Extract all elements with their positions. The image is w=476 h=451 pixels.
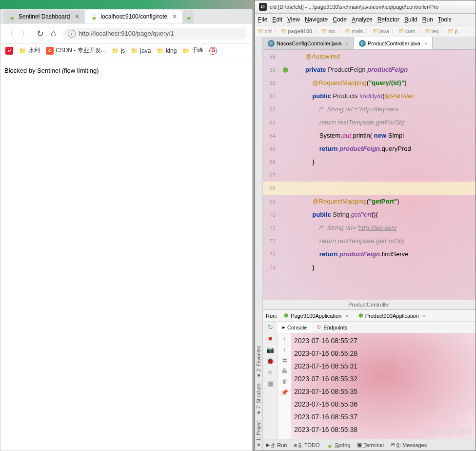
menu-tools[interactable]: Tools [438,16,452,23]
up-icon[interactable]: ↑ [283,335,286,342]
side-tab[interactable]: ★ 1: Project [256,420,261,448]
run-config-0[interactable]: ⬢Page9100Application× [281,311,351,320]
code-line[interactable]: 74 } [263,261,476,274]
breadcrumb-item[interactable]: p [448,28,457,34]
side-tab[interactable]: ★ 2: Favorites [256,346,261,378]
browser-window: 🍃 Sentinel Dashboard ✕ 🍃 localhost:9100/… [0,9,253,451]
breadcrumb-item[interactable]: page9100 [281,28,312,34]
browser-tab-0[interactable]: 🍃 Sentinel Dashboard ✕ [3,10,84,23]
close-icon[interactable]: × [423,313,426,319]
console-tab[interactable]: ▸Console [278,322,312,333]
menu-file[interactable]: File [258,16,267,23]
home-button[interactable]: ⌂ [51,28,56,39]
code-line[interactable]: 72 return restTemplate.getForObj [263,234,476,247]
breadcrumb-item[interactable]: main [345,28,363,34]
menu-refactor[interactable]: Refactor [377,16,399,23]
status-icon: 🍃 [326,442,333,448]
code-line[interactable]: 63 return restTemplate.getForObj [263,116,476,129]
code-line[interactable]: 64 System.out.println( new Simpl [263,129,476,142]
url-bar[interactable]: i http://localhost:9100/page/query/1 [63,28,247,40]
status-item[interactable]: ✉0: Messages [391,442,427,448]
code-line[interactable]: 68 [263,182,476,195]
menu-run[interactable]: Run [422,16,433,23]
forward-button[interactable]: 〉 [21,28,30,40]
watermark: CSDN @礼娅刻 [426,428,471,436]
status-item[interactable]: ≡6: TODO [294,442,319,448]
intellij-logo-icon: IJ [259,3,267,11]
breadcrumb-item[interactable]: java [373,28,389,34]
bookmark-csdn[interactable]: CCSDN - 专业开发... [46,46,106,55]
tab-close-icon[interactable]: ✕ [172,13,177,20]
bookmark-gitee[interactable]: G [209,47,217,55]
menu-analyze[interactable]: Analyze [352,16,373,23]
close-icon[interactable]: × [424,41,427,46]
console-output[interactable]: 2023-07-16 08:55:272023-07-16 08:55:2820… [291,333,476,439]
console-icon: ▸ [282,324,285,330]
layout-icon[interactable]: ▦ [267,380,273,387]
bookmark-king[interactable]: 📁king [157,47,177,54]
code-editor[interactable]: 58 @Autowired59⬢ private ProductFeign pr… [263,50,476,300]
browser-tab-1[interactable]: 🍃 localhost:9100/config/rote ✕ [85,10,182,23]
status-item[interactable]: ▣Terminal [357,442,384,448]
blocked-message: Blocked by Sentinel (flow limiting) [4,67,99,74]
endpoints-tab[interactable]: ⚙Endpoints [312,322,352,333]
code-line[interactable]: 73 return productFeign.findServe [263,247,476,261]
wrap-icon[interactable]: ⇆ [282,357,287,364]
run-config-tabs: Run: ⬢Page9100Application× ⬢Product900Ap… [263,310,476,322]
bookmark-qianfeng[interactable]: 📁千峰 [182,46,203,55]
code-line[interactable]: 62 /* String url ="http://leq-serv [263,102,476,116]
bug-icon[interactable]: 🐞 [266,357,274,365]
pin-icon[interactable]: 📌 [281,389,288,396]
side-tool-tabs[interactable]: ★ 1: Project★ 7: Structure★ 2: Favorites [255,37,263,451]
bookmark-js[interactable]: 📁js [112,47,125,54]
code-line[interactable]: 66 } [263,155,476,168]
exit-icon[interactable]: ⎋ [268,369,272,376]
menu-navigate[interactable]: Navigate [305,16,328,23]
tab-close-icon[interactable]: ✕ [75,13,79,20]
code-line[interactable]: 59⬢ private ProductFeign productFeign [263,63,476,76]
file-tab[interactable]: CNacosConfigController.java× [263,37,354,49]
close-icon[interactable]: × [345,41,348,46]
folder-icon: 📁 [131,47,138,54]
code-line[interactable]: 58 @Autowired [263,50,476,63]
status-item[interactable]: ▶4: Run [266,442,287,448]
menu-view[interactable]: View [287,16,300,23]
menu-edit[interactable]: Edit [272,16,282,23]
run-config-1[interactable]: ⬢Product900Application× [356,311,429,320]
back-button[interactable]: 〈 [5,28,14,40]
code-line[interactable]: 67 [263,168,476,182]
breadcrumb-item[interactable]: cld [258,28,272,34]
bookmark-weibo[interactable]: ờ [5,47,13,55]
menu-code[interactable]: Code [333,16,347,23]
bookmark-shuili[interactable]: 📁水利 [19,46,40,55]
close-icon[interactable]: × [345,313,348,319]
log-line: 2023-07-16 08:55:28 [294,347,473,360]
site-info-icon[interactable]: i [68,30,76,38]
rerun-icon[interactable]: ↻ [268,324,273,331]
reload-button[interactable]: ↻ [37,28,44,39]
editor-file-tabs: CNacosConfigController.java×CProductCont… [263,37,476,50]
code-line[interactable]: 60 @RequestMapping("query/{id}") [263,76,476,89]
browser-tab-2[interactable]: 🍃 [183,10,194,23]
code-line[interactable]: 71 /* String url="http://leq-serv [263,221,476,234]
code-line[interactable]: 70 public String getPort(){ [263,208,476,221]
side-tab[interactable]: ★ 7: Structure [256,384,261,415]
code-line[interactable]: 69 @RequestMapping("getPort") [263,195,476,208]
breadcrumb-item[interactable]: com [398,28,416,34]
leaf-icon: 🍃 [8,13,16,20]
code-line[interactable]: 65 return productFeign.queryProd [263,142,476,155]
bookmark-java[interactable]: 📁java [131,47,151,54]
ide-title-bar: IJ cld [D:\a\e\cld] - ...\page9100\src\m… [255,0,476,14]
breadcrumb-item[interactable]: src [321,28,336,34]
down-icon[interactable]: ↓ [283,346,286,353]
print-icon[interactable]: 🖶 [282,368,288,374]
code-line[interactable]: 61 public Products findById(@PathVar [263,89,476,102]
camera-icon[interactable]: 📷 [266,346,274,353]
clear-icon[interactable]: 🗑 [282,378,288,385]
file-tab[interactable]: CProductController.java× [354,37,433,49]
folder-icon: 📁 [182,47,190,54]
breadcrumb-item[interactable]: leq [425,28,439,34]
status-item[interactable]: 🍃Spring [326,442,350,448]
menu-build[interactable]: Build [404,16,417,23]
stop-icon[interactable]: ■ [268,335,272,342]
